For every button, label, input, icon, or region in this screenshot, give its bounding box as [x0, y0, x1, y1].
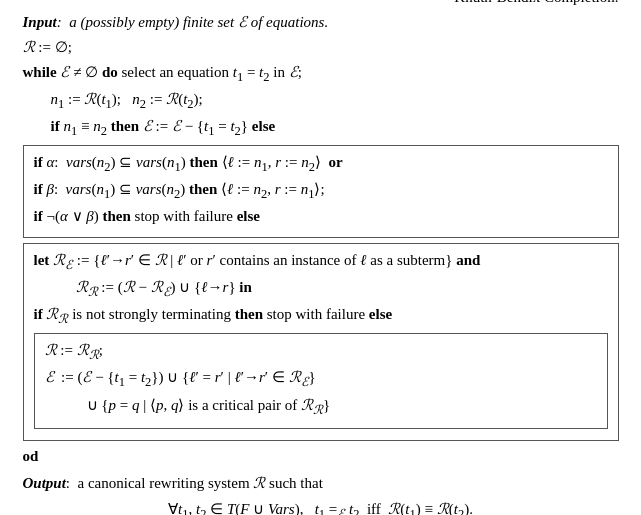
title: Knuth-Bendix Completion. — [23, 0, 619, 6]
if-n1n2-line: if n1 ≡ n2 then ℰ := ℰ − {t1 = t2} else — [23, 116, 619, 140]
box1-line3: if ¬(α ∨ β) then stop with failure else — [34, 206, 608, 228]
box1: if α: vars(n2) ⊆ vars(n1) then ⟨ℓ := n1,… — [23, 145, 619, 238]
box2-line3: if ℛℛ is not strongly terminating then s… — [34, 304, 608, 328]
output-formula: ∀t1, t2 ∈ T(F ∪ Vars), t1 =ℰ t2 iff ℛ(t1… — [23, 498, 619, 515]
box1-line2: if β: vars(n1) ⊆ vars(n2) then ⟨ℓ := n2,… — [34, 179, 608, 203]
input-line: Input: a (possibly empty) finite set ℰ o… — [23, 12, 619, 34]
while-line: while ℰ ≠ ∅ do select an equation t1 = t… — [23, 62, 619, 86]
od-line: od — [23, 446, 619, 468]
n1n2-line: n1 := ℛ(t1); n2 := ℛ(t2); — [23, 89, 619, 113]
box1-line1: if α: vars(n2) ⊆ vars(n1) then ⟨ℓ := n1,… — [34, 152, 608, 176]
box3-line2: ℰ := (ℰ − {t1 = t2}) ∪ {ℓ′ = r′ | ℓ′→r′ … — [45, 367, 597, 391]
box3-line3: ∪ {p = q | ⟨p, q⟩ is a critical pair of … — [45, 395, 597, 419]
box2-line1: let ℛℰ := {ℓ′→r′ ∈ ℛ | ℓ′ or r′ contains… — [34, 250, 608, 274]
output-line: Output: a canonical rewriting system ℛ s… — [23, 473, 619, 495]
box2-line2: ℛℛ := (ℛ − ℛℰ) ∪ {ℓ→r} in — [34, 277, 608, 301]
box3-line1: ℛ := ℛℛ; — [45, 340, 597, 364]
box2: let ℛℰ := {ℓ′→r′ ∈ ℛ | ℓ′ or r′ contains… — [23, 243, 619, 441]
init-line: ℛ := ∅; — [23, 37, 619, 59]
output-section: Output: a canonical rewriting system ℛ s… — [23, 473, 619, 515]
algorithm-page: Knuth-Bendix Completion. Input: a (possi… — [11, 0, 631, 515]
box3: ℛ := ℛℛ; ℰ := (ℰ − {t1 = t2}) ∪ {ℓ′ = r′… — [34, 333, 608, 428]
